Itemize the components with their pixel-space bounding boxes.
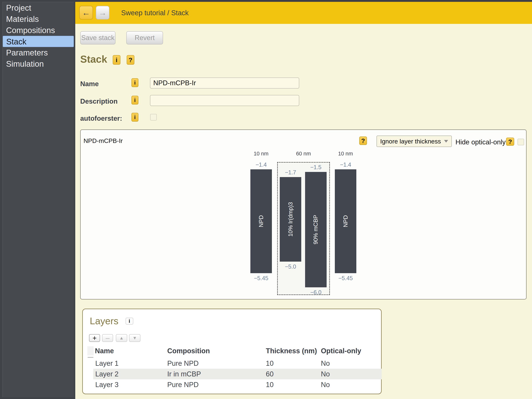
view-mode-select[interactable]: Ignore layer thickness (376, 135, 452, 147)
top-bar: ← → Sweep tutorial / Stack (75, 2, 532, 24)
sidebar-item-project[interactable]: Project (3, 2, 74, 13)
column-header-thickness: Thickness (nm) (266, 346, 317, 355)
stack-info-badge[interactable]: i (113, 55, 120, 65)
sidebar-item-compositions[interactable]: Compositions (3, 25, 74, 36)
save-stack-button[interactable]: Save stack (80, 31, 115, 45)
stack-bar-label: 10% Ir(dmp)3 (280, 177, 301, 261)
app-window: ProjectMaterialsCompositionsStackParamet… (0, 0, 532, 399)
cell-optical-only: No (321, 358, 330, 369)
move-layer-up-button[interactable]: ▲ (116, 334, 127, 342)
sidebar-item-parameters[interactable]: Parameters (3, 47, 74, 58)
hide-optical-label: Hide optical-only (456, 138, 506, 146)
move-layer-down-button[interactable]: ▼ (129, 334, 140, 342)
layers-title: Layers (90, 315, 118, 326)
stack-bar-label: NPD (251, 170, 272, 273)
name-info-badge[interactable]: i (132, 78, 139, 87)
cell-thickness: 10 (266, 379, 273, 390)
stack-help-badge[interactable]: ? (127, 55, 134, 65)
cell-thickness: 60 (266, 369, 273, 379)
breadcrumb: Sweep tutorial / Stack (121, 2, 189, 24)
remove-layer-button[interactable]: – (102, 334, 113, 342)
thickness-label: 10 nm (331, 150, 360, 157)
sidebar-item-materials[interactable]: Materials (3, 13, 74, 25)
cell-optical-only: No (321, 379, 330, 390)
stack-bar[interactable]: 10% Ir(dmp)3 (280, 177, 301, 262)
page-title: Stack (80, 53, 107, 65)
forward-button[interactable]: → (96, 6, 109, 19)
homo-value-label: −5.0 (272, 263, 309, 270)
cell-composition: Pure NPD (167, 379, 199, 390)
stack-bar[interactable]: NPD (250, 169, 272, 273)
stack-diagram-panel: NPD-mCPB-Ir ? Ignore layer thickness Hid… (80, 129, 526, 299)
autofoerster-label: autofoerster: (80, 115, 122, 122)
description-input[interactable] (150, 95, 299, 106)
back-button[interactable]: ← (79, 6, 93, 19)
revert-button[interactable]: Revert (126, 31, 163, 45)
stack-bar[interactable]: 90% mCBP (305, 172, 327, 287)
cell-composition: Ir in mCBP (167, 369, 201, 379)
sidebar-item-simulation[interactable]: Simulation (3, 58, 74, 70)
layers-info-badge[interactable]: i (126, 318, 133, 325)
homo-value-label: −6.0 (298, 289, 334, 296)
sidebar: ProjectMaterialsCompositionsStackParamet… (0, 0, 75, 399)
hide-optical-help-badge[interactable]: ? (506, 138, 514, 146)
row-handle-column-header (87, 346, 94, 355)
table-row[interactable]: Layer 1Pure NPD10No (93, 358, 382, 369)
chevron-down-icon (444, 140, 448, 142)
cell-name: Layer 3 (95, 379, 119, 390)
name-input[interactable] (150, 77, 299, 89)
stack-diagram-title: NPD-mCPB-Ir (83, 137, 123, 144)
sidebar-nav: ProjectMaterialsCompositionsStackParamet… (2, 2, 74, 397)
column-header-name: Name (95, 346, 114, 355)
name-label: Name (80, 80, 99, 88)
row-handle-icon (88, 357, 94, 358)
table-row[interactable]: Layer 3Pure NPD10No (93, 379, 382, 390)
lumo-value-label: −1.4 (328, 161, 364, 168)
autofoerster-checkbox[interactable] (150, 114, 157, 121)
cell-composition: Pure NPD (167, 358, 199, 369)
thickness-label: 10 nm (246, 150, 276, 157)
back-arrow-icon: ← (82, 8, 90, 17)
stack-bar[interactable]: NPD (335, 169, 356, 273)
column-header-composition: Composition (167, 346, 210, 355)
cell-optical-only: No (321, 369, 330, 379)
stack-bar-label: 90% mCBP (305, 172, 326, 287)
view-mode-value: Ignore layer thickness (380, 138, 441, 145)
cell-name: Layer 2 (95, 369, 119, 379)
homo-value-label: −5.45 (328, 275, 364, 282)
cell-thickness: 10 (266, 358, 273, 369)
view-help-badge[interactable]: ? (359, 136, 367, 145)
sidebar-item-stack[interactable]: Stack (3, 36, 74, 47)
description-label: Description (80, 97, 118, 105)
thickness-label: 60 nm (289, 150, 318, 157)
add-layer-button[interactable]: + (89, 334, 100, 342)
forward-arrow-icon: → (99, 8, 107, 17)
description-info-badge[interactable]: i (132, 96, 139, 104)
hide-optical-checkbox[interactable] (518, 139, 524, 145)
table-row[interactable]: Layer 2Ir in mCBP60No (93, 369, 382, 379)
homo-value-label: −5.45 (243, 275, 279, 282)
layers-panel: Layers i + – ▲ ▼ Name Composition Thickn… (82, 309, 382, 394)
cell-name: Layer 1 (95, 358, 119, 369)
lumo-value-label: −1.4 (243, 161, 279, 168)
stack-bar-label: NPD (335, 170, 356, 273)
column-header-optical-only: Optical-only (321, 346, 361, 355)
autofoerster-info-badge[interactable]: i (132, 113, 139, 122)
